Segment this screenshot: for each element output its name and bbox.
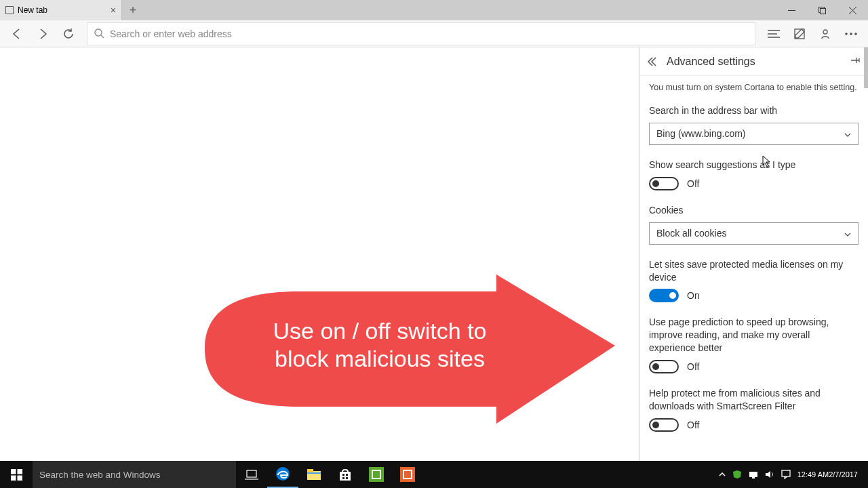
smartscreen-label: Help protect me from malicious sites and…: [649, 387, 859, 413]
svg-point-12: [846, 33, 848, 35]
chevron-down-icon: [844, 228, 851, 239]
taskbar-search[interactable]: Search the web and Windows: [33, 461, 236, 488]
share-button[interactable]: [814, 22, 837, 45]
svg-rect-32: [400, 467, 415, 482]
svg-rect-16: [17, 469, 22, 474]
cookies-label: Cookies: [649, 204, 859, 217]
tab-title: New tab: [18, 5, 47, 15]
maximize-button[interactable]: [807, 0, 837, 20]
tray-action-center-icon[interactable]: [778, 461, 794, 488]
media-licenses-label: Let sites save protected media licenses …: [649, 258, 859, 284]
media-licenses-state: On: [687, 290, 700, 301]
cookies-dropdown[interactable]: Block all cookies: [649, 222, 859, 245]
svg-rect-26: [342, 474, 344, 476]
start-button[interactable]: [0, 461, 33, 488]
close-window-button[interactable]: [837, 0, 868, 20]
cortana-note: You must turn on system Cortana to enabl…: [649, 83, 859, 92]
page-prediction-state: Off: [687, 361, 699, 372]
edge-app-icon[interactable]: [267, 461, 298, 488]
tray-security-icon[interactable]: [729, 461, 745, 488]
svg-rect-35: [752, 477, 755, 479]
more-button[interactable]: [840, 22, 863, 45]
panel-pin-button[interactable]: [850, 56, 860, 68]
address-bar[interactable]: [87, 22, 755, 45]
svg-rect-27: [346, 474, 348, 476]
suggestions-label: Show search suggestions as I type: [649, 159, 859, 171]
svg-point-5: [95, 29, 102, 36]
svg-rect-15: [11, 469, 16, 474]
svg-rect-25: [340, 472, 351, 481]
refresh-button[interactable]: [57, 22, 80, 45]
search-engine-dropdown[interactable]: Bing (www.bing.com): [649, 123, 859, 145]
search-icon: [94, 28, 104, 39]
page-icon: [5, 6, 14, 14]
svg-rect-23: [307, 469, 313, 472]
page-prediction-toggle[interactable]: [649, 360, 679, 373]
tray-overflow-button[interactable]: [715, 461, 729, 488]
panel-scrollbar[interactable]: [863, 47, 868, 461]
svg-rect-28: [342, 477, 344, 479]
hub-button[interactable]: [762, 22, 785, 45]
svg-rect-29: [346, 477, 348, 479]
navbar: [0, 20, 868, 47]
tray-network-icon[interactable]: [745, 461, 762, 488]
show-desktop-button[interactable]: [861, 461, 868, 488]
task-view-button[interactable]: [236, 461, 267, 488]
chevron-down-icon: [844, 128, 851, 139]
panel-back-button[interactable]: [648, 57, 661, 66]
app-icon-green[interactable]: [361, 461, 392, 488]
forward-button[interactable]: [31, 22, 54, 45]
new-tab-button[interactable]: +: [122, 0, 144, 20]
svg-rect-34: [749, 472, 757, 477]
taskbar: Search the web and Windows 12:49 AM 2/7/…: [0, 461, 868, 488]
search-engine-label: Search in the address bar with: [649, 104, 859, 117]
back-button[interactable]: [5, 22, 28, 45]
svg-rect-17: [11, 475, 16, 481]
svg-rect-19: [247, 470, 256, 477]
svg-point-13: [850, 33, 852, 35]
svg-line-6: [101, 35, 104, 38]
media-licenses-toggle[interactable]: [649, 289, 679, 302]
browser-tab[interactable]: New tab ×: [0, 0, 122, 20]
close-tab-button[interactable]: ×: [111, 5, 116, 16]
titlebar: New tab × +: [0, 0, 868, 20]
address-input[interactable]: [110, 28, 748, 39]
tray-volume-icon[interactable]: [762, 461, 778, 488]
svg-point-11: [823, 30, 827, 34]
svg-rect-24: [307, 472, 321, 474]
webnote-button[interactable]: [788, 22, 811, 45]
taskbar-clock[interactable]: 12:49 AM 2/7/2017: [794, 461, 861, 488]
store-icon[interactable]: [330, 461, 361, 488]
svg-rect-22: [307, 471, 321, 480]
window-controls: [776, 0, 868, 20]
panel-title: Advanced settings: [667, 56, 755, 68]
suggestions-state: Off: [687, 178, 699, 189]
smartscreen-toggle[interactable]: [649, 418, 679, 432]
svg-rect-30: [369, 467, 384, 482]
svg-rect-2: [821, 8, 826, 14]
svg-rect-36: [782, 470, 790, 476]
smartscreen-state: Off: [687, 420, 699, 430]
svg-rect-18: [17, 475, 22, 481]
file-explorer-icon[interactable]: [298, 461, 330, 488]
svg-point-14: [855, 33, 857, 35]
page-prediction-label: Use page prediction to speed up browsing…: [649, 316, 859, 354]
minimize-button[interactable]: [776, 0, 807, 20]
suggestions-toggle[interactable]: [649, 177, 679, 190]
advanced-settings-panel: Advanced settings You must turn on syste…: [639, 47, 868, 461]
app-icon-orange[interactable]: [392, 461, 423, 488]
